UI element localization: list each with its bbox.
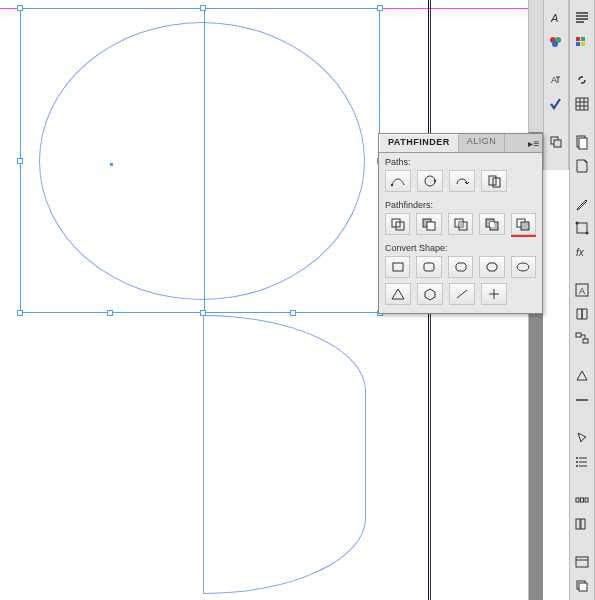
svg-rect-49 — [521, 222, 529, 230]
convert-bevel-button[interactable] — [448, 256, 473, 278]
svg-point-8 — [576, 222, 579, 225]
svg-point-33 — [391, 184, 393, 186]
tab-pathfinder[interactable]: PATHFINDER — [379, 134, 459, 152]
convert-row-2 — [379, 282, 542, 313]
join-path-button[interactable] — [481, 170, 507, 192]
svg-rect-44 — [459, 222, 463, 227]
svg-point-52 — [517, 263, 529, 271]
close-path-button[interactable] — [417, 170, 443, 192]
svg-text:fx: fx — [576, 247, 585, 258]
svg-rect-19 — [581, 498, 584, 502]
pathfinders-section-label: Pathfinders: — [379, 196, 542, 212]
svg-point-9 — [586, 232, 589, 235]
distribute-icon[interactable] — [570, 488, 594, 512]
links-icon[interactable] — [570, 68, 594, 92]
svg-rect-21 — [576, 519, 580, 529]
pathfinder-intersect-button[interactable] — [448, 213, 473, 235]
book-icon[interactable] — [570, 302, 594, 326]
convert-rectangle-button[interactable] — [385, 256, 410, 278]
svg-point-17 — [576, 465, 578, 467]
convert-ellipse-button[interactable] — [511, 256, 536, 278]
stack-icon[interactable] — [570, 574, 594, 598]
svg-point-15 — [576, 457, 578, 459]
svg-rect-7 — [577, 223, 587, 233]
svg-rect-13 — [576, 333, 581, 337]
tab-align[interactable]: ALIGN — [459, 134, 506, 152]
grid-icon[interactable] — [570, 92, 594, 116]
panel-menu-icon[interactable]: ▸≡ — [526, 134, 542, 152]
open-path-button[interactable] — [385, 170, 411, 192]
list-icon[interactable] — [570, 450, 594, 474]
selection-handle[interactable] — [200, 5, 206, 11]
selection-handle[interactable] — [377, 5, 383, 11]
svg-point-35 — [434, 180, 436, 182]
eyedropper-icon[interactable] — [570, 192, 594, 216]
type-outline-icon[interactable]: A — [570, 278, 594, 302]
svg-rect-20 — [585, 498, 588, 502]
svg-rect-1 — [581, 37, 585, 41]
half-circle-shape[interactable] — [203, 315, 366, 594]
text-frame-icon[interactable]: A — [544, 68, 568, 92]
selection-center — [110, 163, 113, 166]
panel-icon[interactable] — [570, 550, 594, 574]
triangle-icon[interactable] — [570, 364, 594, 388]
paragraph-lines-icon[interactable] — [570, 6, 594, 30]
svg-rect-50 — [393, 263, 403, 271]
svg-rect-6 — [579, 138, 587, 149]
selector-icon[interactable] — [570, 426, 594, 450]
page-curl-icon[interactable] — [570, 154, 594, 178]
selection-handle[interactable] — [200, 310, 206, 316]
svg-point-34 — [425, 176, 435, 186]
pathfinder-add-button[interactable] — [385, 213, 410, 235]
svg-rect-25 — [579, 583, 587, 591]
selection-bounding-box[interactable] — [20, 8, 380, 313]
selection-handle[interactable] — [107, 310, 113, 316]
dock-column-left: A A — [543, 0, 569, 170]
dock-column-right: fx A — [569, 0, 595, 600]
swatches-icon[interactable] — [570, 30, 594, 54]
svg-rect-18 — [576, 498, 579, 502]
checkmark-icon[interactable] — [544, 92, 568, 116]
svg-rect-22 — [581, 519, 585, 529]
convert-line-button[interactable] — [449, 283, 475, 305]
separator-icon[interactable] — [570, 388, 594, 412]
swatch-palette-icon[interactable] — [544, 30, 568, 54]
pathfinder-minus-back-button[interactable] — [511, 213, 536, 235]
selection-handle[interactable] — [290, 310, 296, 316]
character-icon[interactable]: A — [544, 6, 568, 30]
svg-rect-0 — [576, 37, 580, 41]
pathfinder-panel[interactable]: PATHFINDER ALIGN ▸≡ Paths: Pathfinders: … — [378, 133, 543, 314]
convert-polygon-button[interactable] — [417, 283, 443, 305]
svg-point-29 — [552, 41, 558, 47]
pathfinder-exclude-button[interactable] — [479, 213, 504, 235]
svg-rect-47 — [490, 222, 494, 227]
fx-icon[interactable]: fx — [570, 240, 594, 264]
selection-handle[interactable] — [17, 310, 23, 316]
svg-rect-4 — [576, 98, 588, 110]
svg-rect-32 — [554, 140, 561, 147]
selection-handle[interactable] — [17, 158, 23, 164]
svg-rect-2 — [576, 42, 580, 46]
flow-icon[interactable] — [570, 326, 594, 350]
columns-icon[interactable] — [570, 512, 594, 536]
svg-rect-41 — [427, 222, 435, 230]
convert-orthogonal-line-button[interactable] — [481, 283, 507, 305]
paths-section-label: Paths: — [379, 153, 542, 169]
transform-icon[interactable] — [570, 216, 594, 240]
svg-point-16 — [576, 461, 578, 463]
convert-rounded-button[interactable] — [416, 256, 441, 278]
convert-inverse-round-button[interactable] — [479, 256, 504, 278]
svg-rect-14 — [583, 339, 588, 343]
pathfinder-panel-icon[interactable] — [544, 130, 568, 154]
svg-text:A: A — [579, 286, 585, 296]
page-icon[interactable] — [570, 130, 594, 154]
convert-triangle-button[interactable] — [385, 283, 411, 305]
document-canvas[interactable]: fx A A A PATHFINDER ALIGN ▸≡ Paths: — [0, 0, 595, 600]
svg-rect-51 — [424, 263, 434, 271]
selection-divider — [204, 9, 205, 312]
pathfinders-row — [379, 212, 542, 239]
reverse-path-button[interactable] — [449, 170, 475, 192]
selection-handle[interactable] — [17, 5, 23, 11]
pathfinder-subtract-button[interactable] — [416, 213, 441, 235]
convert-section-label: Convert Shape: — [379, 239, 542, 255]
